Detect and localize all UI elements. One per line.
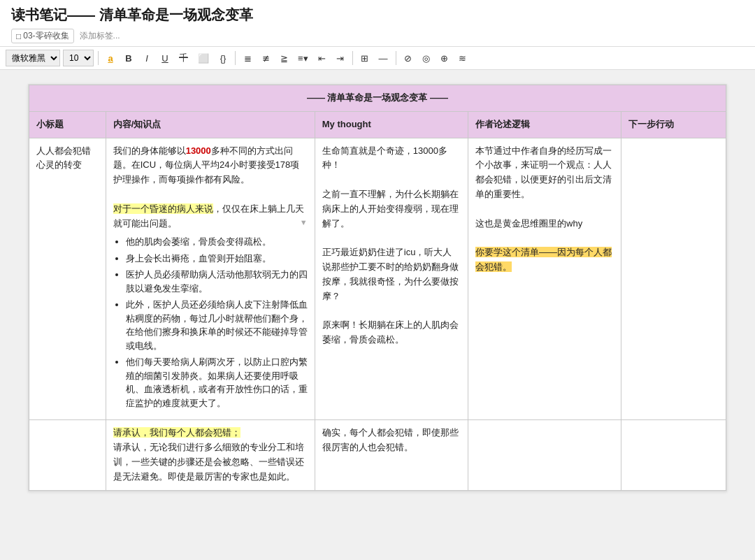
table-title-text: —— 清单革命是一场观念变革 —— [307,92,448,103]
cell-subtitle-2 [29,420,106,490]
align-dropdown-button[interactable]: ≡▾ [294,50,312,66]
cell-action-2 [621,420,726,490]
content-admit-highlight: 请承认，我们每个人都会犯错； [113,426,308,440]
tag-label: 03-零碎收集 [23,30,69,42]
link-button[interactable]: ⊘ [401,50,416,66]
cell-content-1: 我们的身体能够以13000多种不同的方式出问题。在ICU，每位病人平均24小时要… [106,138,315,420]
top-bar: 读书笔记—— 清单革命是一场观念变革 □ 03-零碎收集 添加标签... [0,0,755,47]
indent-increase-button[interactable]: ⇥ [333,50,348,66]
thought-text-4: 原来啊！长期躺在床上的人肌肉会萎缩，骨质会疏松。 [322,318,461,347]
tag-row: □ 03-零碎收集 添加标签... [11,29,744,43]
table-title-cell: —— 清单革命是一场观念变革 —— [29,85,726,112]
extra3-button[interactable]: ≋ [455,50,470,66]
thought-text-2: 之前一直不理解，为什么长期躺在病床上的人开始变得瘦弱，现在理解了。 [322,187,461,231]
col-header-logic: 作者论述逻辑 [468,111,621,138]
col-header-thought: My thought [315,111,468,138]
tag-icon: □ [16,31,21,41]
thought-text-5: 确实，每个人都会犯错，即使那些很厉害的人也会犯错。 [322,426,461,455]
strikethrough-button[interactable]: 千 [175,50,192,66]
logic-text-3: 你要学这个清单——因为每个人都会犯错。 [475,245,614,275]
logic-text-2: 这也是黄金思维圈里的why [475,217,614,231]
code-button[interactable]: {} [215,50,231,66]
note-paper: —— 清单革命是一场观念变革 —— 小标题 内容/知识点 My thought … [28,84,727,491]
highlighted-intro: 对于一个昏迷的病人来说 [113,203,213,214]
subtitle-text-1: 人人都会犯错心灵的转变 [36,145,91,171]
list-item: 身上会长出褥疮，血管则开始阻塞。 [126,252,308,266]
indent-decrease-button[interactable]: ⇤ [315,50,330,66]
table-row: 人人都会犯错心灵的转变 我们的身体能够以13000多种不同的方式出问题。在ICU… [29,138,726,420]
toolbar-separator-4 [396,51,396,65]
thought-text-3: 正巧最近奶奶住进了icu，听大人说那些护工要不时的给奶奶翻身做按摩，我就很奇怪，… [322,245,461,303]
toolbar: 微软雅黑 宋体 黑体 楷体 8910 11121416 a B I U 千 ⬜ … [0,47,755,70]
bullet-list: 他的肌肉会萎缩，骨质会变得疏松。 身上会长出褥疮，血管则开始阻塞。 医护人员必须… [113,235,308,410]
list-unordered-button[interactable]: ≣ [240,50,255,66]
list-item: 他们每天要给病人刷两次牙，以防止口腔内繁殖的细菌引发肺炎。如果病人还要使用呼吸机… [126,355,308,410]
admit-highlight: 请承认，我们每个人都会犯错； [113,427,240,438]
table-title-row: —— 清单革命是一场观念变革 —— [29,85,726,112]
main-content: —— 清单革命是一场观念变革 —— 小标题 内容/知识点 My thought … [0,70,755,545]
underline-button[interactable]: U [157,50,173,66]
list-item: 此外，医护人员还必须给病人皮下注射降低血粘稠度的药物，每过几小时就帮他们翻个身，… [126,298,308,352]
hr-button[interactable]: — [375,50,391,66]
cell-logic-2 [468,420,621,490]
bold-button[interactable]: B [121,50,136,66]
content-admit-text: 请承认，无论我们进行多么细致的专业分工和培训，一些关键的步骤还是会被忽略、一些错… [113,440,308,484]
logic-text-1: 本节通过中作者自身的经历写成一个小故事，来证明一个观点：人人都会犯错，以便更好的… [475,144,614,202]
number-highlight: 13000 [186,145,211,156]
list-ordered-button[interactable]: ≢ [258,50,273,66]
cell-content-2: 请承认，我们每个人都会犯错； 请承认，无论我们进行多么细致的专业分工和培训，一些… [106,420,315,490]
toolbar-separator-2 [235,51,236,65]
cell-thought-1: 生命简直就是个奇迹，13000多种！ 之前一直不理解，为什么长期躺在病床上的人开… [315,138,468,420]
cell-action-1 [621,138,726,420]
page-title: 读书笔记—— 清单革命是一场观念变革 [11,6,744,24]
col-header-content: 内容/知识点 [106,111,315,138]
column-header-row: 小标题 内容/知识点 My thought 作者论述逻辑 下一步行动 [29,111,726,138]
cell-thought-2: 确实，每个人都会犯错，即使那些很厉害的人也会犯错。 [315,420,468,490]
col-header-action: 下一步行动 [621,111,726,138]
scroll-icon: ▼ [300,217,308,229]
toolbar-separator-3 [352,51,353,65]
extra1-button[interactable]: ◎ [419,50,434,66]
cell-logic-1: 本节通过中作者自身的经历写成一个小故事，来证明一个观点：人人都会犯错，以便更好的… [468,138,621,420]
color-picker-button[interactable]: a [103,50,118,66]
align-left-button[interactable]: ≧ [276,50,292,66]
cell-subtitle-1: 人人都会犯错心灵的转变 [29,138,106,420]
sub-intro-text: 对于一个昏迷的病人来说，仅仅在床上躺上几天就可能出问题。 ▼ [113,202,308,231]
list-item: 他的肌肉会萎缩，骨质会变得疏松。 [126,235,308,249]
font-family-select[interactable]: 微软雅黑 宋体 黑体 楷体 [6,50,60,66]
table-row: 请承认，我们每个人都会犯错； 请承认，无论我们进行多么细致的专业分工和培训，一些… [29,420,726,490]
toolbar-separator-1 [98,51,99,65]
italic-button[interactable]: I [139,50,154,66]
thought-text-1: 生命简直就是个奇迹，13000多种！ [322,144,461,173]
highlight-button[interactable]: ⬜ [194,50,213,66]
extra2-button[interactable]: ⊕ [437,50,452,66]
add-tag-button[interactable]: 添加标签... [80,30,120,42]
col-header-subtitle: 小标题 [29,111,106,138]
content-main-text: 我们的身体能够以13000多种不同的方式出问题。在ICU，每位病人平均24小时要… [113,144,308,187]
logic-highlight-text: 你要学这个清单——因为每个人都会犯错。 [475,247,612,272]
list-item: 医护人员必须帮助病人活动他那软弱无力的四肢以避免发生挛缩。 [126,268,308,295]
note-table: —— 清单革命是一场观念变革 —— 小标题 内容/知识点 My thought … [29,85,726,491]
tag-zero-collection[interactable]: □ 03-零碎收集 [11,29,74,43]
font-size-select[interactable]: 8910 11121416 [63,50,94,66]
table-button[interactable]: ⊞ [357,50,373,66]
